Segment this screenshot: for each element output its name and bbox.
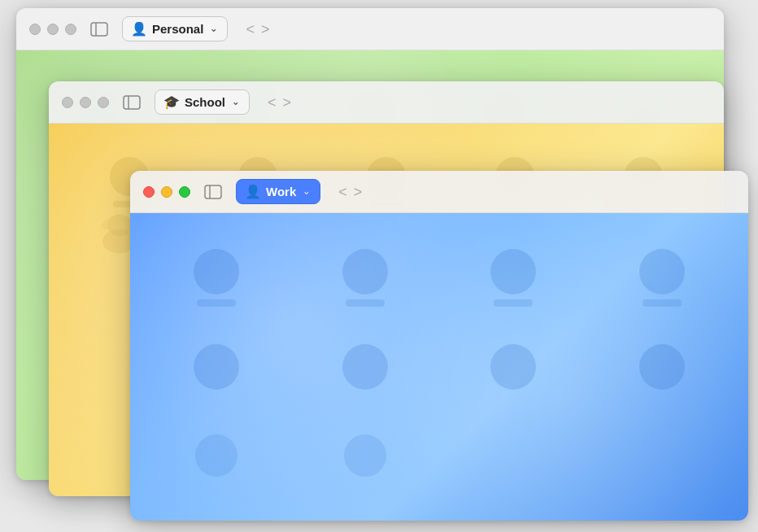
chevron-down-icon-work: ⌄ [303,186,310,197]
chevron-down-icon: ⌄ [210,24,217,34]
svg-rect-22 [124,96,140,109]
personal-label: Personal [152,22,203,36]
maximize-button-work[interactable] [179,186,190,198]
window-work[interactable]: 👤 Work ⌄ < > [130,171,748,521]
group-pill-school[interactable]: 🎓 School ⌄ [155,89,250,115]
traffic-lights-school [62,97,109,108]
close-button-personal[interactable] [29,24,41,35]
svg-point-58 [359,356,372,369]
titlebar-work: 👤 Work ⌄ < > [130,171,748,213]
svg-point-63 [651,370,672,382]
svg-point-49 [207,276,227,287]
contact-grid-work [130,213,748,521]
nav-forward-school[interactable]: > [283,95,292,110]
titlebar-personal: 👤 Personal ⌄ < > [16,8,724,50]
content-work [130,213,748,521]
svg-point-50 [359,262,372,275]
svg-point-51 [355,276,375,287]
svg-point-62 [656,356,669,369]
sidebar-toggle-work[interactable] [202,183,224,201]
close-button-school[interactable] [62,97,73,108]
work-label: Work [266,185,296,198]
close-button-work[interactable] [143,186,155,198]
maximize-button-personal[interactable] [65,24,76,35]
group-pill-work[interactable]: 👤 Work ⌄ [236,179,320,204]
svg-point-64 [211,447,222,458]
nav-arrows-school: < > [268,95,291,110]
svg-point-67 [356,459,374,469]
svg-point-60 [507,356,520,369]
sidebar-toggle-personal[interactable] [88,20,111,38]
work-icon: 👤 [245,184,261,199]
nav-arrows-personal: < > [246,22,269,37]
school-icon: 🎓 [163,94,180,110]
svg-point-59 [355,370,375,382]
minimize-button-work[interactable] [161,186,172,198]
minimize-button-school[interactable] [80,97,91,108]
traffic-lights-personal [29,24,76,35]
minimize-button-personal[interactable] [47,24,59,35]
titlebar-school: 🎓 School ⌄ < > [49,81,724,124]
chevron-down-icon-school: ⌄ [232,97,239,107]
svg-point-66 [359,447,371,458]
maximize-button-school[interactable] [98,97,109,108]
svg-point-56 [210,356,223,369]
svg-point-55 [651,276,672,287]
svg-point-53 [503,276,524,287]
personal-icon: 👤 [131,21,147,37]
svg-rect-46 [205,185,221,198]
svg-point-54 [656,262,669,275]
nav-back-school[interactable]: < [268,95,277,110]
nav-back-personal[interactable]: < [246,22,255,37]
school-label: School [185,95,225,109]
nav-forward-personal[interactable]: > [261,22,270,37]
nav-arrows-work: < > [338,185,362,199]
svg-point-61 [503,370,524,382]
svg-point-48 [210,262,223,275]
traffic-lights-work [143,186,190,198]
group-pill-personal[interactable]: 👤 Personal ⌄ [122,16,228,41]
nav-forward-work[interactable]: > [354,185,363,199]
svg-point-57 [207,370,227,382]
svg-point-65 [207,459,225,469]
svg-point-52 [507,262,520,275]
svg-rect-0 [91,23,107,36]
sidebar-toggle-school[interactable] [120,94,143,111]
nav-back-work[interactable]: < [338,185,347,199]
